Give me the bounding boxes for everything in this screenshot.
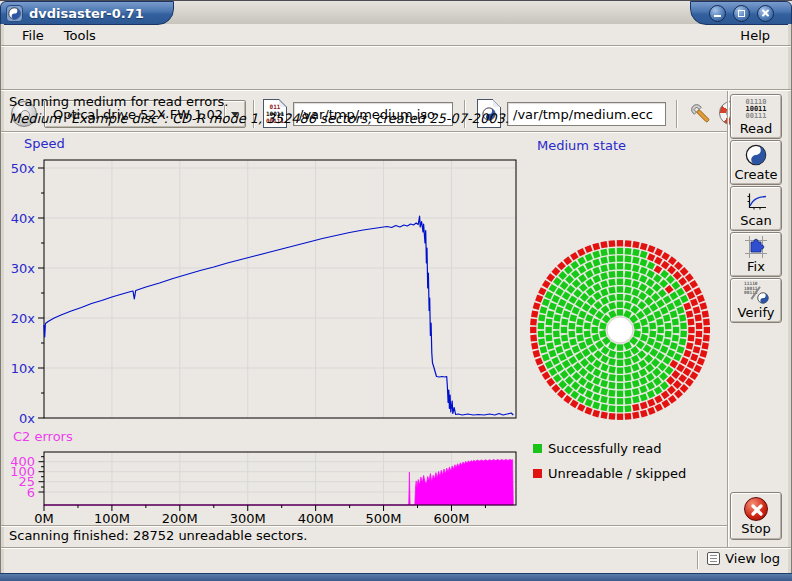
- svg-text:10x: 10x: [11, 361, 36, 376]
- menubar: File Tools Help: [4, 25, 788, 45]
- wrench-icon: [687, 100, 713, 126]
- svg-text:400M: 400M: [298, 511, 334, 526]
- ecc-file-input[interactable]: [507, 102, 666, 126]
- svg-text:30x: 30x: [11, 261, 36, 276]
- chart-curve-icon: [746, 189, 767, 213]
- verify-button[interactable]: 11110 10011 00111 Verify: [730, 278, 782, 323]
- minimize-icon: [714, 15, 721, 17]
- svg-text:50x: 50x: [11, 161, 36, 176]
- stop-icon: [744, 497, 768, 521]
- toolbar-separator: [676, 100, 678, 128]
- legend-item-unreadable: Unreadable / skipped: [533, 466, 686, 481]
- window-border-right: [788, 24, 792, 573]
- toolbar: Optical drive 52X FW 1.02 011 10011 0011…: [0, 46, 792, 90]
- view-log-label: View log: [725, 551, 780, 566]
- binary-lines-icon: 01110 10011 00111: [745, 97, 766, 121]
- menu-tools[interactable]: Tools: [54, 27, 106, 44]
- svg-text:500M: 500M: [366, 511, 402, 526]
- scan-status-line: Scanning medium for read errors.: [9, 94, 228, 109]
- view-log-button[interactable]: View log: [707, 551, 780, 566]
- legend-item-read: Successfully read: [533, 441, 661, 456]
- titlebar[interactable]: dvdisaster-0.71: [0, 0, 792, 24]
- maximize-button[interactable]: [733, 5, 750, 22]
- yinyang-icon: [745, 143, 767, 167]
- legend-label: Unreadable / skipped: [548, 466, 686, 481]
- svg-text:20x: 20x: [11, 311, 36, 326]
- puzzle-piece-icon: [745, 235, 767, 259]
- svg-text:400: 400: [10, 454, 35, 469]
- separator: [1, 525, 727, 527]
- create-button[interactable]: Create: [730, 140, 782, 185]
- legend-green-swatch: [533, 444, 542, 453]
- menu-file[interactable]: File: [12, 27, 54, 44]
- svg-text:0x: 0x: [19, 411, 35, 426]
- title-tab[interactable]: dvdisaster-0.71: [0, 1, 174, 25]
- menu-help[interactable]: Help: [730, 27, 780, 44]
- stop-button[interactable]: Stop: [730, 492, 782, 540]
- window-controls: [690, 1, 792, 25]
- read-button[interactable]: 01110 10011 00111 Read: [730, 94, 782, 139]
- separator: [1, 89, 791, 91]
- compare-icon: 11110 10011 00111: [743, 282, 769, 304]
- svg-text:0M: 0M: [34, 511, 54, 526]
- minimize-button[interactable]: [709, 5, 726, 22]
- svg-text:200M: 200M: [162, 511, 198, 526]
- preferences-button[interactable]: [686, 99, 714, 127]
- speed-and-c2-charts: 0x10x20x30x40x50x6251004000M100M200M300M…: [0, 133, 530, 533]
- yinyang-icon: [757, 292, 769, 304]
- disc-visualization: [527, 237, 713, 423]
- window-border-bottom: [0, 573, 792, 581]
- medium-state-title: Medium state: [537, 138, 626, 153]
- svg-text:40x: 40x: [11, 211, 36, 226]
- svg-text:100M: 100M: [94, 511, 130, 526]
- legend-red-swatch: [533, 469, 542, 478]
- medium-info-line: Medium "Example disc": CD-R mode 1, 3524…: [9, 111, 509, 126]
- maximize-icon: [738, 10, 745, 17]
- sidebar-separator: [727, 91, 729, 547]
- window-title: dvdisaster-0.71: [29, 6, 144, 21]
- app-window: dvdisaster-0.71 File Tools Help Optical …: [0, 0, 792, 581]
- close-button[interactable]: [757, 5, 774, 22]
- scan-button[interactable]: Scan: [730, 186, 782, 231]
- svg-text:600M: 600M: [433, 511, 469, 526]
- statusbar-separator: [697, 551, 699, 569]
- svg-text:300M: 300M: [230, 511, 266, 526]
- separator: [1, 547, 791, 549]
- legend-label: Successfully read: [548, 441, 661, 456]
- scan-result-status: Scanning finished: 28752 unreadable sect…: [9, 528, 307, 543]
- log-icon: [707, 552, 720, 565]
- fix-button[interactable]: Fix: [730, 232, 782, 277]
- app-yinyang-icon: [6, 5, 23, 22]
